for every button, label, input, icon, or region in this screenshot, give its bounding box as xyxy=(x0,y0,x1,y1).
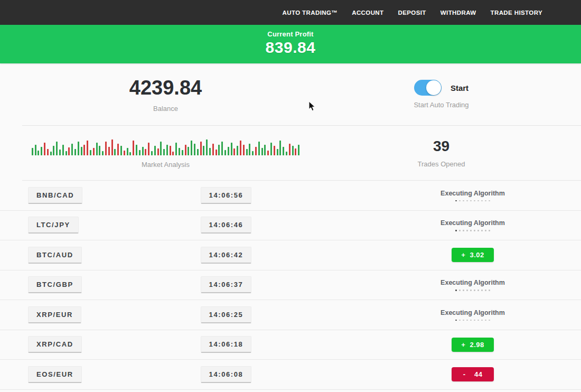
candle-bar xyxy=(47,149,49,155)
candle-bar xyxy=(120,146,122,155)
table-row: BTC/AUD 14:06:42 + 3.02 xyxy=(0,240,581,270)
progress-dot xyxy=(477,200,479,202)
candle-bar xyxy=(56,142,58,155)
progress-dot xyxy=(466,290,468,291)
executing-label: Executing Algorithm xyxy=(441,309,505,316)
progress-dot xyxy=(474,200,475,202)
progress-dot xyxy=(477,230,479,231)
progress-dot xyxy=(455,200,457,202)
candle-bar xyxy=(78,142,79,155)
table-row: BNB/CAD 14:06:56 Executing Algorithm xyxy=(0,181,581,211)
progress-dot xyxy=(459,230,461,231)
progress-dot xyxy=(470,320,472,321)
progress-dot xyxy=(466,230,468,231)
candle-bar xyxy=(148,143,149,155)
candle-bar xyxy=(200,142,202,155)
candle-bar xyxy=(237,146,238,155)
candle-bar xyxy=(185,145,186,155)
candle-bar xyxy=(182,150,183,155)
candle-bar xyxy=(228,147,229,155)
nav-item-auto-trading[interactable]: AUTO TRADING™ xyxy=(283,10,338,16)
time-badge: 14:06:42 xyxy=(201,247,252,264)
candle-bar xyxy=(206,139,208,155)
progress-dot xyxy=(455,290,457,291)
candle-bar xyxy=(41,147,42,155)
status-executing: Executing Algorithm xyxy=(441,279,505,291)
progress-dot xyxy=(466,320,468,321)
candle-bar xyxy=(35,145,36,155)
candle-bar xyxy=(203,146,204,155)
table-row: EOS/EUR 14:06:08 - 44 xyxy=(0,360,581,390)
progress-dot xyxy=(466,200,468,202)
executing-label: Executing Algorithm xyxy=(441,219,505,227)
candle-bar xyxy=(129,152,131,155)
candle-bar xyxy=(81,147,82,155)
pair-badge: BNB/CAD xyxy=(28,187,82,204)
progress-dot xyxy=(474,320,475,321)
profit-banner-value: 839.84 xyxy=(0,39,581,57)
balance-section: 4239.84 Balance Start Start Auto Trading xyxy=(0,63,581,125)
progress-dots xyxy=(455,230,490,231)
candle-bar xyxy=(172,152,174,155)
candle-bar xyxy=(83,145,85,155)
progress-dot xyxy=(477,290,479,291)
candle-bar xyxy=(166,145,168,155)
nav-item-deposit[interactable]: DEPOSIT xyxy=(398,10,426,16)
balance-value: 4239.84 xyxy=(129,77,202,99)
progress-dot xyxy=(481,320,483,321)
candle-bar xyxy=(274,146,275,155)
candle-bar xyxy=(157,148,159,155)
candle-bar xyxy=(62,145,64,155)
market-analysis-chart xyxy=(32,137,299,155)
candle-bar xyxy=(252,151,254,155)
progress-dot xyxy=(470,290,472,291)
market-analysis-label: Market Analysis xyxy=(142,161,190,169)
progress-dot xyxy=(489,230,490,231)
nav-item-trade-history[interactable]: TRADE HISTORY xyxy=(491,10,543,16)
time-badge: 14:06:56 xyxy=(201,187,252,204)
progress-dots xyxy=(455,290,490,291)
candle-bar xyxy=(188,147,189,155)
candle-bar xyxy=(240,141,241,155)
loss-badge: - 44 xyxy=(452,367,494,381)
candle-bar xyxy=(283,147,284,155)
candle-bar xyxy=(261,148,263,155)
progress-dot xyxy=(470,230,472,231)
candle-bar xyxy=(139,150,140,155)
candle-bar xyxy=(175,143,177,155)
progress-dot xyxy=(470,200,472,202)
candle-bar xyxy=(191,141,192,155)
candle-bar xyxy=(96,143,98,155)
market-section: Market Analysis 39 Trades Opened xyxy=(0,126,581,180)
auto-trading-caption: Start Auto Trading xyxy=(414,101,468,109)
table-row: XRP/EUR 14:06:25 Executing Algorithm xyxy=(0,300,581,330)
candle-bar xyxy=(264,145,266,155)
progress-dot xyxy=(463,320,464,321)
candle-bar xyxy=(111,139,113,155)
candle-bar xyxy=(249,144,250,155)
profit-badge: + 3.02 xyxy=(452,248,494,262)
progress-dot xyxy=(463,290,464,291)
candle-bar xyxy=(142,147,144,155)
candle-bar xyxy=(267,151,269,155)
candle-bar xyxy=(87,141,88,155)
balance-label: Balance xyxy=(153,105,178,113)
nav-item-withdraw[interactable]: WITHDRAW xyxy=(441,10,476,16)
auto-trading-toggle[interactable] xyxy=(414,80,442,96)
candle-bar xyxy=(243,145,245,155)
pair-badge: EOS/EUR xyxy=(28,366,82,383)
candle-bar xyxy=(221,142,223,155)
progress-dot xyxy=(455,230,457,231)
candle-bar xyxy=(50,152,52,155)
table-row: XRP/CAD 14:06:18 + 2.98 xyxy=(0,330,581,360)
candle-bar xyxy=(99,146,100,155)
executing-label: Executing Algorithm xyxy=(441,279,505,286)
nav-item-account[interactable]: ACCOUNT xyxy=(352,10,383,16)
candle-bar xyxy=(124,151,125,155)
profit-banner: Current Profit 839.84 xyxy=(0,25,581,63)
time-badge: 14:06:08 xyxy=(201,366,252,383)
candle-bar xyxy=(151,151,153,155)
progress-dot xyxy=(459,320,461,321)
candle-bar xyxy=(117,144,119,155)
candle-bar xyxy=(298,145,299,155)
